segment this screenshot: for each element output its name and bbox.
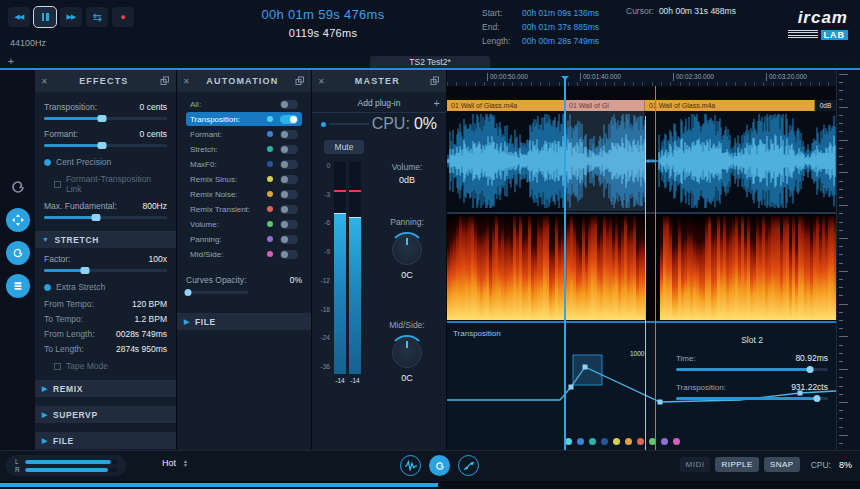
automation-row-all[interactable]: All: [186, 97, 302, 111]
start-field[interactable]: Start:00h 01m 09s 136ms [482, 6, 599, 20]
from-length-row[interactable]: From Length:0028s 749ms [44, 329, 167, 339]
automation-row-remix-sinus[interactable]: Remix Sinus: [186, 172, 302, 186]
add-plugin-button[interactable]: Add plug-in+ [312, 94, 446, 113]
volume-value[interactable]: 0dB [372, 175, 442, 185]
formant-value[interactable]: 0 cents [140, 129, 167, 139]
automation-row-panning[interactable]: Panning: [186, 232, 302, 246]
close-icon[interactable]: ✕ [183, 77, 190, 86]
automation-toggle[interactable] [280, 145, 298, 154]
snail-analyzer-icon[interactable] [6, 175, 30, 199]
from-tempo-row[interactable]: From Tempo:120 BPM [44, 299, 167, 309]
layers-icon[interactable] [6, 274, 30, 298]
automation-row-formant[interactable]: Formant: [186, 127, 302, 141]
length-field[interactable]: Length:00h 00m 28s 749ms [482, 34, 599, 48]
mute-button[interactable]: Mute [324, 140, 364, 154]
automation-toggle[interactable] [280, 175, 298, 184]
to-tempo-row[interactable]: To Tempo:1.2 BPM [44, 314, 167, 324]
automation-toggle[interactable] [280, 100, 298, 109]
transposition-automation-track[interactable]: Transposition 1000 Slot 2 Time:80.92ms T… [447, 323, 836, 450]
plus-icon[interactable]: + [434, 97, 440, 109]
selection-region[interactable] [565, 100, 645, 211]
curves-opacity-slider[interactable] [186, 288, 248, 297]
end-field[interactable]: End:00h 01m 37s 885ms [482, 20, 599, 34]
automation-row-mid-side[interactable]: Mid/Side: [186, 247, 302, 261]
record-button[interactable]: ● [112, 7, 134, 27]
plugin-slot-dot[interactable] [321, 122, 326, 127]
automation-toggle[interactable] [280, 190, 298, 199]
automation-row-remix-noise[interactable]: Remix Noise: [186, 187, 302, 201]
clip-header[interactable]: 01 Wall of Glass.m4a [447, 100, 565, 111]
pause-button[interactable] [34, 7, 56, 27]
max-fundamental-slider[interactable] [44, 213, 167, 222]
cent-precision-radio[interactable]: Cent Precision [44, 157, 167, 167]
automation-row-label: Remix Transient: [190, 205, 267, 214]
tape-mode-checkbox[interactable]: Tape Mode [54, 361, 167, 371]
transposition-value[interactable]: 0 cents [140, 102, 167, 112]
automation-toggle[interactable] [280, 130, 298, 139]
panning-knob[interactable] [392, 235, 422, 265]
max-fundamental-value[interactable]: 800Hz [142, 201, 167, 211]
automation-toggle[interactable] [280, 205, 298, 214]
stepper-arrows-icon[interactable]: ▲▼ [183, 459, 188, 467]
copy-icon[interactable] [430, 76, 440, 86]
document-tab[interactable]: TS2 Test2* [370, 56, 490, 68]
midside-knob[interactable] [392, 338, 422, 368]
waveform-view-icon[interactable] [400, 455, 421, 476]
automation-file-section[interactable]: ▶FILE [177, 313, 311, 330]
spectrogram-track[interactable] [447, 214, 836, 320]
rewind-button[interactable]: ◀◀ [8, 7, 30, 27]
loop-button[interactable]: ⇆ [86, 7, 108, 27]
snail-view-switch-icon[interactable] [429, 455, 450, 476]
effects-collapsed-sections: ▶REMIX▶SUPERVP▶FILE [44, 380, 167, 449]
timeline-position-bar[interactable] [0, 481, 860, 489]
midi-button[interactable]: MIDI [680, 457, 711, 472]
right-scale-strip[interactable] [836, 70, 860, 450]
cursor-line[interactable] [655, 86, 656, 450]
formant-link-checkbox[interactable]: Formant-Transposition Link [54, 174, 167, 194]
copy-icon[interactable] [160, 76, 170, 86]
automation-row-transposition[interactable]: Transposition: [186, 112, 302, 126]
curves-opacity-value[interactable]: 0% [290, 275, 302, 285]
effects-section-remix[interactable]: ▶REMIX [35, 380, 176, 397]
move-tool-icon[interactable] [6, 208, 30, 232]
copy-icon[interactable] [295, 76, 305, 86]
automation-toggle[interactable] [280, 250, 298, 259]
cursor-field[interactable]: Cursor:00h 00m 31s 488ms [626, 6, 736, 16]
preset-selector[interactable]: Hot ▲▼ [162, 458, 188, 468]
transposition-slider[interactable] [44, 114, 167, 123]
ripple-button[interactable]: RIPPLE [715, 457, 758, 472]
stretch-section-header[interactable]: ▼STRETCH [35, 231, 176, 248]
snap-button[interactable]: SNAP [764, 457, 800, 472]
effects-section-file[interactable]: ▶FILE [35, 432, 176, 449]
automation-view-icon[interactable] [458, 455, 479, 476]
slot-transposition-value[interactable]: 931.22cts [791, 382, 828, 392]
snail-view-icon[interactable] [6, 241, 30, 265]
slot-transposition-slider[interactable] [676, 394, 828, 403]
automation-toggle[interactable] [280, 235, 298, 244]
automation-row-stretch[interactable]: Stretch: [186, 142, 302, 156]
to-length-row[interactable]: To Length:2874s 950ms [44, 344, 167, 354]
playhead[interactable] [564, 78, 566, 450]
plugin-slot-slider[interactable] [329, 123, 369, 125]
close-icon[interactable]: ✕ [41, 77, 48, 86]
timeline-ruler[interactable]: 00:00:50.00000:01:40.00000:02:30.00000:0… [447, 70, 836, 86]
clip-header[interactable]: 01 Wall of Glass.m4a [645, 100, 815, 111]
close-icon[interactable]: ✕ [318, 77, 325, 86]
automation-row-remix-transient[interactable]: Remix Transient: [186, 202, 302, 216]
effects-section-supervp[interactable]: ▶SUPERVP [35, 406, 176, 423]
timeline-area[interactable]: 00:00:50.00000:01:40.00000:02:30.00000:0… [447, 70, 836, 450]
automation-toggle[interactable] [280, 220, 298, 229]
factor-value[interactable]: 100x [149, 254, 167, 264]
slot-time-slider[interactable] [676, 365, 828, 374]
slot-time-value[interactable]: 80.92ms [795, 353, 828, 363]
automation-toggle[interactable] [280, 115, 298, 124]
formant-slider[interactable] [44, 141, 167, 150]
automation-row-maxf0[interactable]: MaxF0: [186, 157, 302, 171]
track-gain-label[interactable]: 0dB [815, 100, 836, 111]
fast-forward-button[interactable]: ▶▶ [60, 7, 82, 27]
add-tab-button[interactable]: + [4, 55, 18, 67]
automation-toggle[interactable] [280, 160, 298, 169]
extra-stretch-radio[interactable]: Extra Stretch [44, 282, 167, 292]
automation-row-volume[interactable]: Volume: [186, 217, 302, 231]
factor-slider[interactable] [44, 266, 167, 275]
